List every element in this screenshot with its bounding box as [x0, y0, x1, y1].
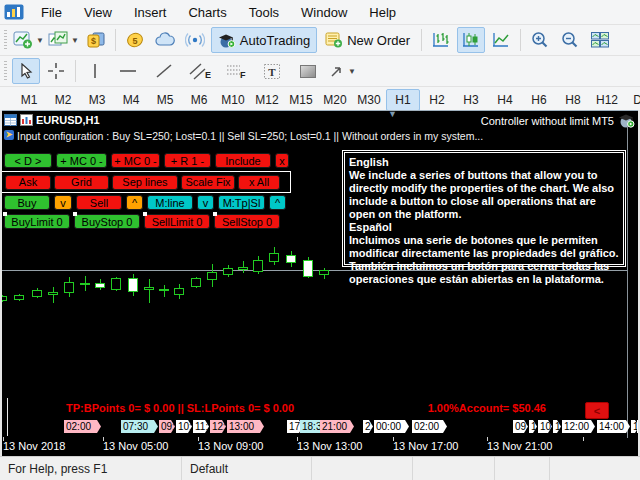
- menu-insert[interactable]: Insert: [123, 2, 178, 23]
- timeframe-m12[interactable]: M12: [250, 89, 284, 111]
- equidistant-channel-tool-button[interactable]: E: [186, 58, 214, 84]
- zoom-in-icon: [530, 31, 550, 49]
- cursor-tool-button[interactable]: [12, 58, 40, 84]
- crosshair-tool-button[interactable]: [42, 58, 70, 84]
- chart-shortcut-icon[interactable]: [20, 114, 33, 126]
- ea-button-x[interactable]: x: [275, 153, 289, 168]
- horizontal-line-icon: [118, 64, 138, 78]
- timeframe-m30[interactable]: M30: [352, 89, 386, 111]
- cloud-button[interactable]: [151, 27, 179, 53]
- toolbar-gripper[interactable]: [4, 61, 7, 81]
- timeframe-m10[interactable]: M10: [216, 89, 250, 111]
- ea-button-d[interactable]: < D >: [4, 153, 52, 168]
- ea-button-grid[interactable]: Grid: [54, 175, 109, 190]
- time-tag: 00:00: [374, 420, 409, 433]
- depth-of-market-icon[interactable]: [4, 114, 17, 126]
- zoom-out-icon: [560, 31, 580, 49]
- status-empty-cell: [312, 457, 413, 480]
- new-chart-button[interactable]: ▼: [12, 27, 45, 53]
- svg-text:F: F: [240, 70, 246, 80]
- info-es-title: Español: [349, 221, 619, 234]
- ea-button-r-1[interactable]: + R 1 -: [164, 153, 211, 168]
- ea-button-mc-0[interactable]: + MC 0 -: [111, 153, 160, 168]
- timeframe-h12[interactable]: H12: [590, 89, 624, 111]
- info-es-text: Incluimos una serie de botones que le pe…: [349, 234, 619, 286]
- panel-collapse-button[interactable]: <: [585, 402, 609, 419]
- ea-button-m-tp-sl[interactable]: M:Tp|Sl: [218, 195, 265, 210]
- ea-button-row-2-frame: AskGridSep linesScale Fixx All: [1, 171, 291, 193]
- timeframe-h4[interactable]: H4: [488, 89, 522, 111]
- autotrading-button[interactable]: AutoTrading: [211, 27, 317, 53]
- ea-button-selllimit-0[interactable]: SellLimit 0: [144, 214, 210, 229]
- menu-charts[interactable]: Charts: [177, 2, 237, 23]
- zoom-in-button[interactable]: [526, 27, 554, 53]
- ea-button-sep-lines[interactable]: Sep lines: [112, 175, 178, 190]
- vertical-line-icon: [88, 62, 102, 80]
- ea-button-v[interactable]: v: [54, 195, 72, 210]
- bar-chart-icon: [431, 31, 451, 49]
- timeframe-m1[interactable]: M1: [12, 89, 46, 111]
- timeframe-h3[interactable]: H3: [454, 89, 488, 111]
- profiles-button[interactable]: ▼: [47, 27, 80, 53]
- ea-button-scale-fix[interactable]: Scale Fix: [181, 175, 235, 190]
- timeframe-h8[interactable]: H8: [556, 89, 590, 111]
- timeframe-h2[interactable]: H2: [420, 89, 454, 111]
- signals-button[interactable]: [181, 27, 209, 53]
- timeframe-h1[interactable]: H1: [386, 89, 420, 111]
- text-tool-button[interactable]: T: [258, 58, 286, 84]
- ea-button-m-line[interactable]: M:line: [147, 195, 193, 210]
- candle-body: [80, 283, 90, 285]
- candle-body: [128, 278, 138, 292]
- vertical-line-object: [7, 398, 8, 436]
- candlestick-mode-button[interactable]: [457, 27, 485, 53]
- ea-button-sell[interactable]: Sell: [76, 195, 122, 210]
- arrows-tool-button[interactable]: ▼: [328, 58, 357, 84]
- ea-button-x-all[interactable]: x All: [238, 175, 280, 190]
- ea-button-mc-0[interactable]: + MC 0 -: [56, 153, 107, 168]
- new-order-button[interactable]: New Order: [319, 27, 416, 53]
- vertical-line-tool-button[interactable]: [81, 58, 109, 84]
- menu-file[interactable]: File: [30, 2, 73, 23]
- fibonacci-icon: F: [225, 63, 247, 80]
- quotes-button[interactable]: 5: [121, 27, 149, 53]
- timeframe-d1[interactable]: D1: [624, 89, 640, 111]
- ea-button-buylimit-0[interactable]: BuyLimit 0: [4, 214, 70, 229]
- timeframe-m4[interactable]: M4: [114, 89, 148, 111]
- timeframe-m15[interactable]: M15: [284, 89, 318, 111]
- rectangle-tool-button[interactable]: [294, 58, 322, 84]
- timeframe-m6[interactable]: M6: [182, 89, 216, 111]
- menu-help[interactable]: Help: [358, 2, 407, 23]
- ea-button-sellstop-0[interactable]: SellStop 0: [214, 214, 280, 229]
- ea-button-v[interactable]: v: [197, 195, 214, 210]
- timeframe-m2[interactable]: M2: [46, 89, 80, 111]
- chart-symbol-title: EURUSD,H1: [36, 114, 100, 126]
- ea-button-buy[interactable]: Buy: [4, 195, 50, 210]
- date-axis-label: 13 Nov 2018: [3, 440, 65, 452]
- line-chart-icon: [491, 31, 511, 49]
- ea-button-buystop-0[interactable]: BuyStop 0: [74, 214, 140, 229]
- line-chart-mode-button[interactable]: [487, 27, 515, 53]
- menu-window[interactable]: Window: [290, 2, 358, 23]
- toolbar-gripper[interactable]: [4, 30, 7, 50]
- ea-button-include[interactable]: Include: [215, 153, 271, 168]
- tile-windows-button[interactable]: [586, 27, 614, 53]
- ea-button-[interactable]: ^: [269, 195, 286, 210]
- timeframe-m5[interactable]: M5: [148, 89, 182, 111]
- menu-tools[interactable]: Tools: [238, 2, 290, 23]
- time-tag: 21:00: [320, 420, 354, 433]
- timeframe-m3[interactable]: M3: [80, 89, 114, 111]
- menu-view[interactable]: View: [73, 2, 123, 23]
- status-profile-cell[interactable]: Default: [182, 457, 312, 480]
- horizontal-line-tool-button[interactable]: [114, 58, 142, 84]
- timeframe-m20[interactable]: M20: [318, 89, 352, 111]
- timeframe-h6[interactable]: H6: [522, 89, 556, 111]
- svg-text:E: E: [205, 70, 211, 80]
- ea-button-ask[interactable]: Ask: [5, 175, 51, 190]
- candle-body: [32, 290, 42, 297]
- fibonacci-tool-button[interactable]: F: [222, 58, 250, 84]
- ea-button-[interactable]: ^: [126, 195, 143, 210]
- bar-chart-mode-button[interactable]: [427, 27, 455, 53]
- market-watch-button[interactable]: $: [82, 27, 110, 53]
- trendline-tool-button[interactable]: [150, 58, 178, 84]
- zoom-out-button[interactable]: [556, 27, 584, 53]
